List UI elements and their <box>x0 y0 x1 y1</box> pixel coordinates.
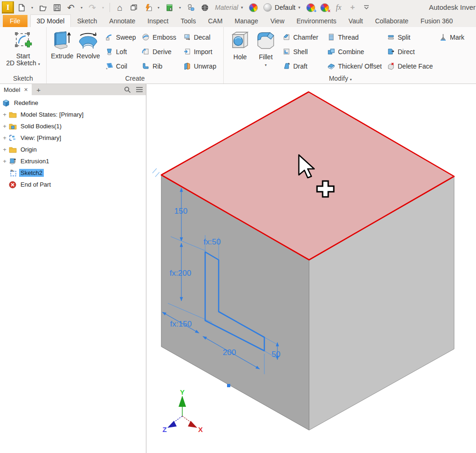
expand-plus-icon[interactable]: + <box>1 146 8 153</box>
redo-icon[interactable]: ↷ <box>86 1 99 14</box>
color-wheel-icon[interactable] <box>247 1 260 14</box>
dim-label-150[interactable]: 150 <box>174 207 187 216</box>
expand-plus-icon[interactable]: + <box>1 123 8 130</box>
undo-caret-icon[interactable]: ▾ <box>78 1 85 14</box>
tab-file[interactable]: File <box>3 15 28 27</box>
tab-inspect[interactable]: Inspect <box>141 15 174 27</box>
redo-caret-icon[interactable]: ▾ <box>100 1 106 14</box>
browser-tab-model[interactable]: Model × <box>0 84 32 95</box>
expand-plus-icon[interactable]: + <box>1 134 8 141</box>
tree-item-origin[interactable]: + Origin <box>0 144 146 155</box>
extrude-icon <box>52 30 72 51</box>
tab-view[interactable]: View <box>264 15 290 27</box>
save-icon[interactable] <box>50 1 63 14</box>
thicken-offset-button[interactable]: Thicken/ Offset <box>327 59 387 73</box>
tree-item-extrusion1[interactable]: + Extrusion1 <box>0 155 146 167</box>
add-command-icon[interactable]: + <box>346 1 359 14</box>
combine-button[interactable]: Combine <box>327 44 387 59</box>
split-label: Split <box>398 34 410 41</box>
inventor-logo[interactable]: I <box>2 1 14 14</box>
sweep-button[interactable]: Sweep <box>105 30 140 44</box>
tab-fusion-360[interactable]: Fusion 360 <box>414 15 459 27</box>
browser-tab-close-icon[interactable]: × <box>24 86 28 93</box>
panel-sketch: Start 2D Sketch ▾ Sketch <box>0 27 47 84</box>
tree-item-solid-bodies[interactable]: + Solid Bodies(1) <box>0 120 146 132</box>
dim-label-200[interactable]: 200 <box>223 348 236 357</box>
dim-label-fx200[interactable]: fx:200 <box>170 269 191 278</box>
emboss-button[interactable]: Emboss <box>142 30 181 44</box>
tab-environments[interactable]: Environments <box>290 15 343 27</box>
rib-button[interactable]: Rib <box>142 59 181 73</box>
chamfer-icon <box>283 33 290 41</box>
sketch-point[interactable] <box>227 384 230 387</box>
tree-item-label: Solid Bodies(1) <box>19 122 63 130</box>
split-button[interactable]: Split <box>387 30 439 44</box>
import-button[interactable]: Import <box>183 44 223 59</box>
unwrap-button[interactable]: Unwrap <box>183 59 223 73</box>
revolve-button[interactable]: Revolve <box>75 27 102 73</box>
parameters-fx-icon[interactable]: fx <box>332 1 345 14</box>
browser-add-tab-icon[interactable]: + <box>32 86 46 94</box>
appearance-dropdown[interactable]: Default ▾ <box>261 1 303 14</box>
fillet-button[interactable]: Fillet ▾ <box>253 27 279 73</box>
customize-toolbar-icon[interactable] <box>360 1 373 14</box>
panel-modify-label[interactable]: Modify ▾ <box>312 75 368 82</box>
tree-item-view-primary[interactable]: + View: [Primary] <box>0 132 146 144</box>
material-dropdown[interactable]: Material ▾ <box>212 1 246 14</box>
derive-label: Derive <box>152 48 171 56</box>
tab-collaborate[interactable]: Collaborate <box>369 15 414 27</box>
tab-3d-model[interactable]: 3D Model <box>30 14 71 27</box>
tab-tools[interactable]: Tools <box>175 15 202 27</box>
render-sphere-icon[interactable] <box>198 1 211 14</box>
direct-icon <box>387 48 395 56</box>
tab-manage[interactable]: Manage <box>228 15 264 27</box>
lightning-bolt-icon[interactable] <box>141 1 154 14</box>
lightning-caret-icon[interactable]: ▾ <box>155 1 162 14</box>
new-file-icon[interactable] <box>15 1 28 14</box>
tree-item-model-states[interactable]: + Model States: [Primary] <box>0 109 146 120</box>
start-2d-sketch-button[interactable]: Start 2D Sketch ▾ <box>2 27 45 67</box>
thread-button[interactable]: Thread <box>327 30 387 44</box>
expand-plus-icon[interactable]: + <box>1 158 8 165</box>
mark-button[interactable]: Mark <box>439 30 472 44</box>
shell-button[interactable]: Shell <box>283 44 327 59</box>
loft-button[interactable]: Loft <box>105 44 140 59</box>
adjust-add-icon[interactable]: + <box>304 1 317 14</box>
tab-annotate[interactable]: Annotate <box>103 15 141 27</box>
direct-button[interactable]: Direct <box>387 44 439 59</box>
tree-item-sketch2[interactable]: Sketch2 <box>0 167 146 179</box>
home-icon[interactable]: ⌂ <box>113 1 126 14</box>
windows-pages-icon[interactable] <box>127 1 140 14</box>
dim-label-fx50[interactable]: fx:50 <box>204 237 221 246</box>
dim-label-fx150[interactable]: fx:150 <box>170 320 192 328</box>
tree-item-end-of-part[interactable]: End of Part <box>0 179 146 190</box>
draft-button[interactable]: Draft <box>283 59 327 73</box>
open-icon[interactable] <box>36 1 49 14</box>
app-title: Autodesk Inver <box>429 3 476 11</box>
delete-face-button[interactable]: Delete Face <box>387 59 439 73</box>
update-icon[interactable] <box>163 1 176 14</box>
decal-button[interactable]: Decal <box>183 30 223 44</box>
hole-button[interactable]: Hole <box>228 27 253 73</box>
browser-search-icon[interactable] <box>124 86 131 93</box>
adjust-clear-icon[interactable]: × <box>318 1 331 14</box>
expand-plus-icon[interactable]: + <box>1 111 8 118</box>
extrude-button[interactable]: Extrude <box>49 27 75 73</box>
associate-icon[interactable] <box>184 1 197 14</box>
derive-button[interactable]: Derive <box>142 44 181 59</box>
chamfer-button[interactable]: Chamfer <box>283 30 327 44</box>
tab-cam[interactable]: CAM <box>202 15 228 27</box>
shell-label: Shell <box>293 48 308 56</box>
tab-sketch[interactable]: Sketch <box>71 15 103 27</box>
dim-label-50[interactable]: 50 <box>272 350 281 359</box>
update-caret-icon[interactable]: ▾ <box>177 1 183 14</box>
new-file-caret-icon[interactable]: ▾ <box>29 1 35 14</box>
panel-modify: Hole Fillet ▾ Chamfer <box>224 27 476 84</box>
toolbar-separator <box>110 3 110 12</box>
coil-button[interactable]: Coil <box>105 59 140 73</box>
browser-menu-icon[interactable] <box>136 87 143 92</box>
tree-item-redefine[interactable]: Redefine <box>0 97 146 109</box>
viewport-3d[interactable]: 150 fx:200 fx:150 200 50 fx:50 <box>146 84 476 453</box>
tab-vault[interactable]: Vault <box>343 15 369 27</box>
undo-icon[interactable]: ↶ <box>64 1 77 14</box>
